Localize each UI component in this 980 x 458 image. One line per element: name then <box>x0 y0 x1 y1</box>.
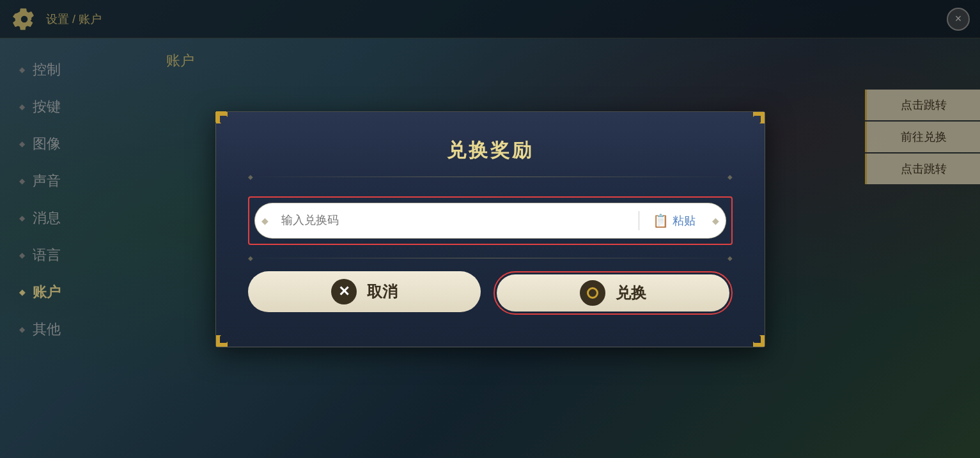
corner-decoration-bl <box>215 325 238 348</box>
dialog-overlay: 兑换奖励 ◆ 📋 粘贴 ◆ ✕ 取消 <box>0 0 980 458</box>
redeem-icon <box>580 280 605 306</box>
cancel-label: 取消 <box>367 281 398 302</box>
redeem-button[interactable]: 兑换 <box>497 274 729 312</box>
dialog-divider-bottom <box>248 258 733 258</box>
redeem-label: 兑换 <box>616 283 646 303</box>
dialog-divider-top <box>248 177 733 177</box>
input-row: ◆ 📋 粘贴 ◆ <box>254 203 726 239</box>
corner-decoration-tl <box>215 111 238 134</box>
code-input[interactable] <box>275 214 635 227</box>
input-left-arrow: ◆ <box>255 216 275 226</box>
bottom-section: ✕ 取消 兑换 <box>248 258 733 315</box>
cancel-icon: ✕ <box>331 279 357 304</box>
cancel-button[interactable]: ✕ 取消 <box>248 271 481 312</box>
paste-label: 粘贴 <box>673 213 696 228</box>
corner-decoration-br <box>743 325 766 348</box>
dialog-title: 兑换奖励 <box>248 138 733 164</box>
redeem-circle-inner <box>587 287 598 299</box>
paste-button[interactable]: 📋 粘贴 <box>642 213 706 228</box>
redeem-wrapper: 兑换 <box>494 271 733 315</box>
input-right-arrow: ◆ <box>706 216 726 226</box>
corner-decoration-tr <box>743 111 766 134</box>
input-wrapper: ◆ 📋 粘贴 ◆ <box>248 196 733 245</box>
redeem-dialog: 兑换奖励 ◆ 📋 粘贴 ◆ ✕ 取消 <box>215 111 765 347</box>
buttons-row: ✕ 取消 兑换 <box>248 271 733 315</box>
paste-icon: 📋 <box>653 213 669 228</box>
input-separator <box>639 211 639 230</box>
